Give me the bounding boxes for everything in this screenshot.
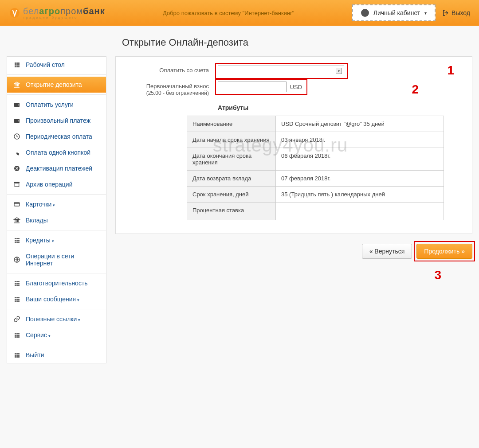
- sidebar-item-label: Карточки: [26, 201, 55, 208]
- sidebar-item-label: Периодическая оплата: [26, 133, 92, 140]
- logo-subtitle: традиции будущего: [23, 16, 105, 19]
- attributes-heading: Атрибуты: [218, 104, 459, 111]
- logout-label: Выход: [452, 9, 470, 16]
- sidebar-item-custom-payment[interactable]: Произвольный платеж: [7, 113, 106, 129]
- continue-button[interactable]: Продолжить »: [416, 244, 472, 259]
- logo[interactable]: белагропромбанк традиции будущего: [9, 6, 105, 19]
- grid-icon: [13, 296, 20, 303]
- sidebar: Рабочий стол Открытие депозита Оплатить …: [7, 56, 106, 363]
- sidebar-item-label: Оплата одной кнопкой: [26, 149, 90, 156]
- table-row: Дата начала срока хранения03 января 2018…: [187, 132, 444, 148]
- sidebar-item-label: Вклады: [26, 217, 48, 224]
- sidebar-item-pay-services[interactable]: Оплатить услуги: [7, 97, 106, 113]
- grid-icon: [13, 351, 20, 358]
- svg-rect-8: [14, 203, 20, 206]
- table-row: Дата окончания срока хранения06 февраля …: [187, 148, 444, 171]
- sidebar-item-label: Открытие депозита: [26, 81, 82, 88]
- annotation-number-3: 3: [434, 268, 441, 282]
- logo-text: белагропромбанк: [23, 6, 105, 16]
- attributes-table: НаименованиеUSD Срочный депозит "@gro" 3…: [187, 116, 444, 220]
- table-row: Процентная ставка: [187, 203, 444, 220]
- action-bar: « Вернуться Продолжить » 3: [115, 244, 472, 259]
- annotation-number-2: 2: [412, 82, 419, 97]
- sidebar-item-periodic[interactable]: Периодическая оплата: [7, 129, 106, 144]
- grid-icon: [13, 331, 20, 339]
- avatar-icon: [361, 9, 369, 17]
- sidebar-item-label: Благотворительность: [26, 280, 88, 287]
- account-select[interactable]: ▾: [218, 66, 344, 76]
- initial-label: Первоначальный взнос (25.00 - без ограни…: [129, 82, 218, 96]
- wallet-icon: [13, 101, 20, 108]
- account-label: Оплатить со счета: [129, 66, 218, 74]
- logout-icon: [442, 9, 449, 16]
- sidebar-item-charity[interactable]: Благотворительность: [7, 275, 106, 291]
- sidebar-item-one-button[interactable]: Оплата одной кнопкой: [7, 144, 106, 160]
- grid-icon: [13, 61, 20, 68]
- sidebar-item-internet-ops[interactable]: Операции в сети Интернет: [7, 248, 106, 271]
- click-icon: [13, 149, 20, 156]
- cabinet-button[interactable]: Личный кабинет ▾: [352, 4, 436, 21]
- sidebar-item-label: Рабочий стол: [26, 61, 65, 68]
- sidebar-item-open-deposit[interactable]: Открытие депозита: [7, 77, 106, 93]
- table-row: Дата возврата вклада07 февраля 2018г.: [187, 171, 444, 187]
- sidebar-item-archive[interactable]: Архив операций: [7, 176, 106, 192]
- welcome-text: Добро пожаловать в систему "Интернет-бан…: [105, 10, 352, 16]
- page-title: Открытие Онлайн-депозита: [122, 37, 479, 48]
- history-icon: [13, 133, 20, 140]
- svg-point-4: [18, 121, 19, 121]
- sidebar-item-cards[interactable]: Карточки: [7, 196, 106, 212]
- sidebar-item-credits[interactable]: Кредиты: [7, 232, 106, 248]
- sidebar-item-label: Деактивация платежей: [26, 165, 92, 172]
- sidebar-item-label: Архив операций: [26, 181, 73, 188]
- page-title-bar: Открытие Онлайн-депозита: [0, 26, 479, 56]
- table-row: Срок хранения, дней35 (Тридцать пять ) к…: [187, 187, 444, 203]
- wallet-icon: [13, 117, 20, 124]
- sidebar-item-label: Полезные ссылки: [26, 316, 80, 323]
- link-icon: [13, 316, 20, 323]
- svg-rect-7: [15, 183, 19, 187]
- table-row: НаименованиеUSD Срочный депозит "@gro" 3…: [187, 116, 444, 132]
- currency-label: USD: [290, 84, 302, 90]
- sidebar-item-deactivate[interactable]: Деактивация платежей: [7, 160, 106, 176]
- top-header: белагропромбанк традиции будущего Добро …: [0, 0, 479, 26]
- sidebar-item-label: Произвольный платеж: [26, 117, 90, 124]
- sidebar-item-desktop[interactable]: Рабочий стол: [7, 57, 106, 73]
- back-button[interactable]: « Вернуться: [362, 244, 412, 259]
- sidebar-item-service[interactable]: Сервис: [7, 327, 106, 343]
- deposit-panel: strategy4you.ru Оплатить со счета ▾ Перв…: [115, 56, 472, 234]
- grid-icon: [13, 237, 20, 244]
- sidebar-item-label: Кредиты: [26, 237, 54, 244]
- sidebar-item-deposits[interactable]: Вклады: [7, 212, 106, 228]
- initial-amount-input[interactable]: [218, 82, 287, 92]
- logo-icon: [9, 7, 20, 19]
- sidebar-item-label: Оплатить услуги: [26, 101, 74, 108]
- chevron-down-icon: ▾: [336, 68, 342, 74]
- svg-point-2: [18, 105, 19, 105]
- main-content: strategy4you.ru Оплатить со счета ▾ Перв…: [115, 56, 472, 363]
- globe-icon: [13, 256, 20, 263]
- cabinet-label: Личный кабинет: [373, 9, 420, 16]
- grid-icon: [13, 280, 20, 287]
- bank-icon: [13, 217, 20, 224]
- sidebar-item-exit[interactable]: Выйти: [7, 347, 106, 363]
- chevron-down-icon: ▾: [424, 11, 427, 16]
- sidebar-item-links[interactable]: Полезные ссылки: [7, 311, 106, 327]
- archive-icon: [13, 181, 20, 188]
- cancel-icon: [13, 165, 20, 172]
- annotation-number-1: 1: [447, 63, 454, 78]
- sidebar-item-label: Сервис: [26, 331, 51, 339]
- sidebar-item-label: Ваши сообщения: [26, 296, 79, 303]
- sidebar-item-messages[interactable]: Ваши сообщения: [7, 291, 106, 307]
- logout-button[interactable]: Выход: [442, 9, 470, 16]
- card-icon: [13, 201, 20, 208]
- sidebar-item-label: Операции в сети Интернет: [26, 253, 100, 267]
- sidebar-item-label: Выйти: [26, 351, 44, 358]
- bank-icon: [13, 81, 20, 88]
